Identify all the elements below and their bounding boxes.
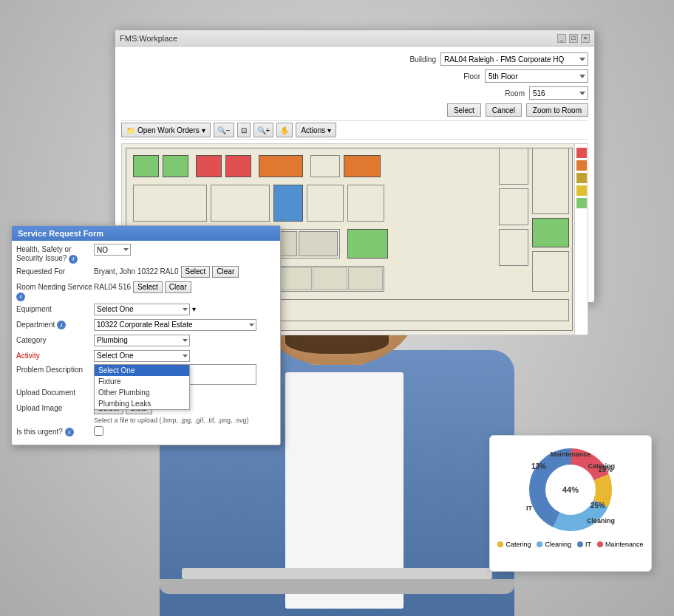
actions-dropdown-icon: ▾ (327, 126, 331, 134)
fms-window-controls: _ □ × (557, 34, 590, 43)
room-service-select-btn[interactable]: Select (133, 281, 163, 293)
zoom-minus-btn[interactable]: 🔍− (214, 123, 234, 137)
fms-toolbar: 📁 Open Work Orders ▾ 🔍− ⊡ 🔍+ ✋ Actions ▾ (121, 120, 588, 140)
department-label: Department i (16, 319, 94, 330)
health-safety-select[interactable]: NO (94, 244, 131, 256)
department-field: 10322 Corporate Real Estate (94, 319, 276, 331)
dropdown-item-fixture[interactable]: Fixture (95, 376, 189, 387)
room-right-1 (532, 148, 569, 214)
room-select[interactable]: 516 (529, 86, 588, 100)
room-service-field: RAL04 516 Select Clear (94, 281, 276, 293)
legend-dot-it (577, 541, 583, 547)
dropdown-item-other-plumbing[interactable]: Other Plumbing (95, 387, 189, 398)
cleaning-pct: 25% (590, 502, 605, 510)
equipment-label: Equipment (16, 304, 94, 314)
department-select[interactable]: 10322 Corporate Real Estate (94, 319, 256, 331)
maintenance-pct: 13% (531, 462, 546, 470)
room-large-2 (211, 185, 270, 222)
equipment-dropdown-arrow: ▾ (192, 305, 196, 313)
fms-maximize-btn[interactable]: □ (569, 34, 578, 43)
laptop-base (160, 579, 514, 594)
legend-item-cleaning: Cleaning (537, 541, 571, 548)
room-right-2 (532, 251, 569, 292)
fms-titlebar: FMS:Workplace _ □ × (115, 30, 594, 47)
urgent-field (94, 426, 276, 436)
open-work-orders-btn[interactable]: 📁 Open Work Orders ▾ (121, 123, 211, 137)
building-label: Building (395, 55, 436, 64)
room-service-value: RAL04 516 (94, 283, 131, 291)
category-select[interactable]: Plumbing (94, 335, 190, 346)
room-mid-right-3 (499, 229, 528, 266)
requested-for-value: Bryant, John 10322 RAL0 (94, 267, 179, 276)
legend-item-maintenance: Maintenance (597, 541, 644, 548)
legend-label-cleaning: Cleaning (545, 541, 571, 548)
legend-yellow (576, 185, 587, 196)
floor-label: Floor (440, 72, 480, 81)
legend-yellow-dark (576, 173, 587, 183)
fms-close-btn[interactable]: × (581, 34, 590, 43)
legend-dot-cleaning (537, 541, 542, 547)
it-label: IT (526, 504, 532, 512)
building-select[interactable]: RAL04 Raleigh - FMS Corporate HQ (440, 52, 588, 66)
health-safety-label: Health, Safety or Security Issue? i (16, 244, 94, 264)
category-field: Plumbing (94, 335, 276, 346)
equipment-select[interactable]: Select One (94, 304, 190, 315)
zoom-to-room-button[interactable]: Zoom to Room (526, 103, 588, 117)
activity-dropdown: Select One Fixture Other Plumbing Plumbi… (94, 364, 190, 410)
health-safety-info-icon[interactable]: i (69, 255, 78, 264)
dropdown-arrow-icon: ▾ (202, 126, 205, 134)
floor-select[interactable]: 5th Floor (485, 69, 588, 83)
dropdown-item-plumbing-leaks[interactable]: Plumbing Leaks (95, 398, 189, 409)
select-button[interactable]: Select (447, 103, 481, 117)
room-mid-right-2 (499, 188, 528, 225)
zoom-plus-btn[interactable]: 🔍+ (253, 123, 274, 137)
activity-row: Activity Select One (16, 350, 276, 363)
upload-img-label: Upload Image (16, 403, 94, 413)
cancel-button[interactable]: Cancel (486, 103, 522, 117)
health-safety-field: NO (94, 244, 276, 256)
department-info-icon[interactable]: i (57, 321, 66, 329)
room-row: Room 516 (121, 86, 588, 100)
room-service-info-icon[interactable]: i (16, 292, 25, 301)
room-large-1 (133, 185, 207, 222)
room-green-1 (133, 155, 159, 177)
fms-minimize-btn[interactable]: _ (557, 34, 566, 43)
requested-for-field: Bryant, John 10322 RAL0 Select Clear (94, 266, 276, 278)
legend-item-it: IT (577, 541, 591, 548)
room-orange-2 (344, 155, 381, 177)
urgent-info-icon[interactable]: i (65, 428, 74, 437)
problem-desc-label: Problem Description (16, 364, 94, 374)
room-plain-2 (307, 185, 344, 222)
department-row: Department i 10322 Corporate Real Estate (16, 319, 276, 332)
upload-doc-label: Upload Document (16, 387, 94, 397)
donut-chart-area: Maintenance Catering 13% 19% Cleaning IT… (522, 442, 619, 538)
requested-for-label: Requested For (16, 266, 94, 276)
maintenance-label: Maintenance (551, 451, 591, 458)
room-red-2 (225, 155, 251, 177)
activity-select[interactable]: Select One (94, 350, 190, 362)
service-form-title: Service Request Form (12, 226, 280, 241)
legend-dot-catering (497, 541, 503, 547)
legend-item-catering: Catering (497, 541, 531, 548)
room-plain-1 (310, 155, 340, 177)
room-plain-3 (347, 185, 384, 222)
requested-for-clear-btn[interactable]: Clear (212, 266, 239, 278)
legend-bar (574, 144, 588, 335)
zoom-fit-btn[interactable]: ⊡ (237, 123, 251, 137)
room-service-clear-btn[interactable]: Clear (165, 281, 191, 293)
legend-label-maintenance: Maintenance (605, 541, 644, 548)
room-service-label: Room Needing Service i (16, 281, 94, 301)
room-action-buttons: Select Cancel Zoom to Room (121, 103, 588, 117)
category-row: Category Plumbing (16, 335, 276, 348)
urgent-checkbox[interactable] (94, 426, 103, 436)
legend-orange (576, 160, 587, 171)
pan-btn[interactable]: ✋ (276, 123, 293, 137)
donut-chart-panel: Maintenance Catering 13% 19% Cleaning IT… (489, 435, 652, 572)
actions-btn[interactable]: Actions ▾ (296, 123, 336, 137)
room-right-green (532, 218, 569, 247)
requested-for-select-btn[interactable]: Select (181, 266, 211, 278)
dropdown-item-select-one[interactable]: Select One (95, 365, 189, 376)
room-service-row: Room Needing Service i RAL04 516 Select … (16, 281, 276, 301)
room-blue-1 (273, 185, 303, 222)
equipment-field: Select One ▾ (94, 304, 276, 315)
